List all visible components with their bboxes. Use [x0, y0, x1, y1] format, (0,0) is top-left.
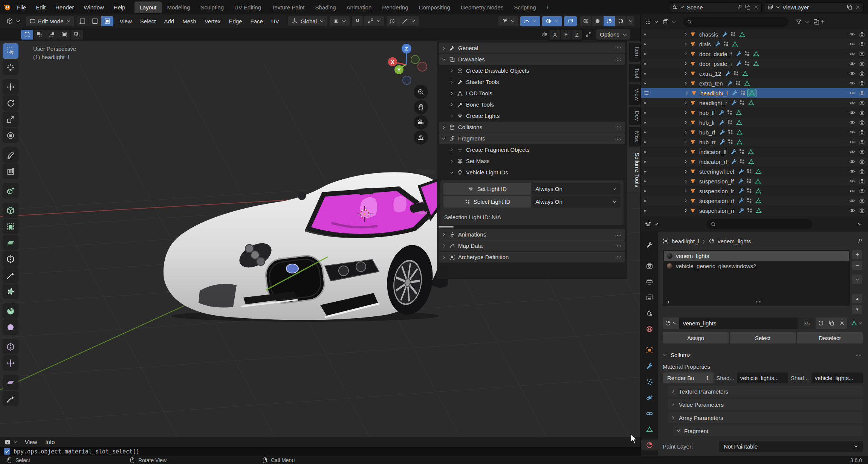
- menu-item[interactable]: Window: [79, 3, 108, 12]
- viewport-menu-item[interactable]: Select: [136, 17, 160, 26]
- vertex-groups-icon[interactable]: [739, 99, 746, 106]
- hide-eye-icon[interactable]: [849, 188, 855, 194]
- face-select-button[interactable]: [101, 16, 113, 26]
- move-slot-down-button[interactable]: ▼: [852, 305, 862, 314]
- modifier-wrench-icon[interactable]: [738, 197, 744, 204]
- render-visibility-icon[interactable]: [859, 51, 865, 57]
- subpanel-header[interactable]: Value Parameters: [668, 399, 863, 410]
- viewport-menu-item[interactable]: Vertex: [200, 17, 225, 26]
- mesh-data-icon[interactable]: [748, 158, 755, 165]
- modifier-wrench-icon[interactable]: [730, 158, 737, 165]
- select-mode-invert[interactable]: [58, 30, 70, 40]
- tool-button[interactable]: [3, 60, 18, 75]
- sollumz-panel-header[interactable]: Sollumz: [663, 349, 863, 360]
- render-visibility-icon[interactable]: [859, 100, 865, 106]
- panel-header[interactable]: Fragments: [439, 133, 625, 144]
- mesh-data-icon[interactable]: [736, 119, 743, 126]
- hide-eye-icon[interactable]: [849, 31, 855, 37]
- info-menu-item[interactable]: Info: [41, 437, 59, 447]
- panel-header[interactable]: Archetype Definition: [439, 252, 625, 263]
- tool-button[interactable]: [3, 163, 18, 179]
- panel-header[interactable]: Animations: [439, 229, 625, 240]
- outliner-row[interactable]: indicator_rf: [641, 157, 868, 166]
- expand-arrow-icon[interactable]: [683, 101, 688, 105]
- select-mode-extend[interactable]: [34, 30, 46, 40]
- orientation-dropdown[interactable]: Global: [288, 16, 327, 26]
- render-bucket-field[interactable]: Render Bu1: [663, 372, 714, 383]
- blender-logo-icon[interactable]: [3, 3, 11, 11]
- expand-arrow-icon[interactable]: [683, 71, 688, 76]
- modifier-wrench-icon[interactable]: [724, 70, 731, 77]
- expand-arrow-icon[interactable]: [683, 189, 688, 193]
- panel-header[interactable]: Create Fragment Objects: [447, 144, 625, 155]
- panel-header[interactable]: Collisions: [439, 122, 625, 133]
- vertex-groups-icon[interactable]: [727, 129, 734, 136]
- breadcrumb-object[interactable]: headlight_l: [672, 238, 699, 244]
- info-menu-item[interactable]: View: [21, 437, 41, 447]
- expand-arrow-icon[interactable]: [683, 159, 688, 164]
- hide-eye-icon[interactable]: [849, 149, 855, 155]
- render-visibility-icon[interactable]: [859, 178, 865, 184]
- mesh-data-icon[interactable]: [748, 99, 755, 106]
- mode-dropdown[interactable]: Edit Mode: [26, 16, 74, 26]
- outliner-display-mode-button[interactable]: [662, 17, 677, 27]
- properties-editor-type-button[interactable]: [644, 219, 659, 229]
- hide-eye-icon[interactable]: [849, 129, 855, 135]
- properties-tab[interactable]: [642, 308, 657, 319]
- workspace-tab[interactable]: Texture Paint: [267, 2, 310, 13]
- expand-arrow-icon[interactable]: [683, 150, 688, 154]
- panel-grip-icon[interactable]: [614, 46, 622, 51]
- workspace-tab[interactable]: Compositing: [414, 2, 455, 13]
- render-visibility-icon[interactable]: [859, 168, 865, 174]
- tool-button[interactable]: [3, 128, 18, 143]
- properties-tab[interactable]: [642, 239, 657, 250]
- viewport-menu-item[interactable]: View: [116, 17, 136, 26]
- vertex-groups-icon[interactable]: [746, 188, 753, 194]
- mesh-data-icon[interactable]: [753, 50, 760, 57]
- vertex-groups-icon[interactable]: [727, 139, 734, 145]
- modifier-wrench-icon[interactable]: [731, 90, 738, 96]
- shading-wireframe-button[interactable]: [580, 16, 591, 26]
- outliner-row[interactable]: extra_ten: [641, 78, 868, 88]
- outliner-row[interactable]: suspension_rr: [641, 206, 868, 215]
- axis-neg-y-handle[interactable]: [411, 55, 419, 64]
- slot-list-grip-icon[interactable]: [755, 299, 763, 305]
- mirror-axis-button[interactable]: Y: [561, 30, 571, 40]
- render-visibility-icon[interactable]: [859, 80, 865, 86]
- panel-header[interactable]: Map Data: [439, 240, 625, 251]
- vertex-groups-icon[interactable]: [735, 80, 741, 87]
- select-mode-set[interactable]: [21, 30, 33, 40]
- vertex-groups-icon[interactable]: [746, 207, 753, 214]
- options-dropdown[interactable]: Options: [596, 29, 630, 40]
- slot-specials-button[interactable]: [852, 275, 862, 284]
- object-name[interactable]: hub_lf: [699, 110, 715, 116]
- panel-header[interactable]: Create Drawable Objects: [447, 65, 625, 76]
- pivot-dropdown[interactable]: [330, 16, 350, 26]
- slot-list-expand-icon[interactable]: [666, 300, 671, 304]
- camera-view-button[interactable]: [414, 115, 428, 130]
- workspace-tab[interactable]: Animation: [342, 2, 377, 13]
- assign-button[interactable]: Assign: [663, 332, 729, 343]
- vertex-groups-icon[interactable]: [738, 148, 745, 155]
- outliner-row[interactable]: suspension_rf: [641, 196, 868, 206]
- mesh-data-icon[interactable]: [755, 178, 761, 185]
- info-editor-type-button[interactable]: [3, 437, 19, 447]
- render-visibility-icon[interactable]: [859, 41, 865, 47]
- object-name[interactable]: hub_rf: [699, 129, 715, 136]
- snap-target-dropdown[interactable]: [364, 16, 384, 26]
- expand-arrow-icon[interactable]: [683, 169, 688, 174]
- properties-tab[interactable]: [642, 260, 657, 271]
- copy-viewlayer-icon[interactable]: [847, 4, 853, 10]
- xray-mode-button[interactable]: [564, 16, 577, 26]
- vertex-groups-icon[interactable]: [727, 119, 734, 126]
- panel-header[interactable]: Vehicle Light IDs: [447, 167, 625, 178]
- object-name[interactable]: steeringwheel: [699, 168, 734, 175]
- hide-eye-icon[interactable]: [849, 208, 855, 214]
- proportional-falloff-dropdown[interactable]: [398, 16, 419, 26]
- expand-arrow-icon[interactable]: [683, 120, 688, 125]
- tool-button[interactable]: [3, 147, 18, 163]
- mesh-data-icon[interactable]: [747, 148, 754, 155]
- modifier-wrench-icon[interactable]: [730, 148, 737, 155]
- gizmos-dropdown[interactable]: [498, 16, 518, 26]
- new-material-button[interactable]: [826, 317, 837, 329]
